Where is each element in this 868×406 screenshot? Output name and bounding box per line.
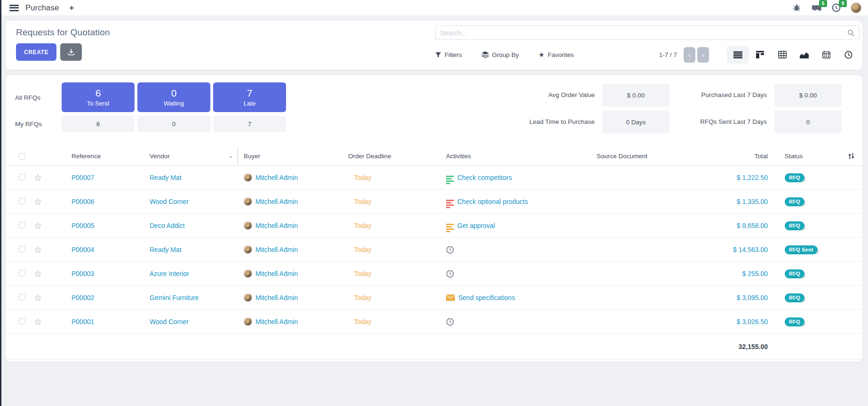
rfq-reference-link[interactable]: P00003 [55,270,144,277]
buyer-cell[interactable]: Mitchell Admin [238,269,346,278]
kanban-view-button[interactable] [749,46,771,64]
row-checkbox[interactable] [19,246,25,252]
row-checkbox[interactable] [19,174,25,180]
vendor-link[interactable]: Ready Mat [144,246,238,253]
status-badge[interactable]: RFQ [785,293,804,302]
status-badge[interactable]: RFQ [785,173,804,182]
column-reference[interactable]: Reference [55,147,144,165]
table-row[interactable]: ☆ P00002 Gemini Furniture Mitchell Admin… [6,286,862,310]
table-row[interactable]: ☆ P00001 Wood Corner Mitchell Admin Toda… [6,310,862,334]
table-row[interactable]: ☆ P00004 Ready Mat Mitchell Admin Today … [6,238,862,262]
buyer-cell[interactable]: Mitchell Admin [238,197,346,206]
my-waiting-count[interactable]: 0 [137,116,210,132]
column-vendor[interactable]: Vendor ⌄ [144,147,238,165]
activity-cell[interactable]: Get approval [440,219,591,232]
pager-prev-button[interactable]: ‹ [684,47,695,63]
vendor-link[interactable]: Deco Addict [144,222,238,229]
pivot-view-button[interactable] [771,46,793,64]
favorite-star-icon[interactable]: ☆ [28,317,55,327]
rfq-reference-link[interactable]: P00002 [55,294,144,301]
rfq-reference-link[interactable]: P00001 [55,318,144,325]
favorites-button[interactable]: ★ Favorites [539,51,574,58]
table-row[interactable]: ☆ P00005 Deco Addict Mitchell Admin Toda… [6,214,862,238]
export-button[interactable] [60,43,82,61]
kpi-waiting[interactable]: 0 Waiting [137,82,210,112]
activity-clock-icon [446,246,454,254]
status-badge[interactable]: RFQ Sent [785,245,818,254]
rfq-reference-link[interactable]: P00005 [55,222,144,229]
activity-view-button[interactable] [837,46,860,64]
messages-icon[interactable]: 5 [811,3,821,13]
vendor-link[interactable]: Ready Mat [144,174,238,181]
optional-columns-button[interactable] [840,147,862,165]
my-to-send-count[interactable]: 6 [62,116,135,132]
row-checkbox[interactable] [19,294,25,300]
rfq-reference-link[interactable]: P00004 [55,246,144,253]
row-checkbox[interactable] [19,318,25,325]
buyer-name: Mitchell Admin [255,294,298,301]
activity-cell[interactable] [440,270,591,278]
create-button[interactable]: CREATE [16,43,56,61]
buyer-cell[interactable]: Mitchell Admin [238,245,346,254]
buyer-cell[interactable]: Mitchell Admin [238,221,346,230]
calendar-view-icon [822,51,830,58]
row-checkbox[interactable] [19,198,25,204]
favorite-star-icon[interactable]: ☆ [28,196,55,207]
total-amount: $ 3,026.50 [723,318,779,325]
column-order-deadline[interactable]: Order Deadline [346,147,440,165]
activity-cell[interactable]: Check competitors [440,171,591,184]
my-late-count[interactable]: 7 [213,116,286,132]
rfq-reference-link[interactable]: P00007 [55,174,144,181]
activity-cell[interactable]: Check optional products [440,195,591,208]
column-status[interactable]: Status [779,147,840,165]
select-all-checkbox[interactable] [19,153,25,160]
status-badge[interactable]: RFQ [785,269,804,278]
buyer-cell[interactable]: Mitchell Admin [238,173,346,182]
user-avatar[interactable] [851,2,861,13]
apps-menu-icon[interactable] [9,5,19,11]
kpi-to-send[interactable]: 6 To Send [62,82,135,112]
status-badge[interactable]: RFQ [785,221,804,230]
activities-count-badge: 9 [839,0,847,7]
table-row[interactable]: ☆ P00003 Azure Interior Mitchell Admin T… [6,262,862,286]
favorite-star-icon[interactable]: ☆ [28,220,55,231]
new-tab-button[interactable]: + [69,3,74,13]
vendor-link[interactable]: Gemini Furniture [144,294,238,301]
column-total[interactable]: Total [723,147,779,165]
filters-button[interactable]: Filters [435,51,462,58]
column-source-document[interactable]: Source Document [591,147,723,165]
column-activities[interactable]: Activities [440,147,591,165]
kpi-late[interactable]: 7 Late [213,82,286,112]
rfq-reference-link[interactable]: P00006 [55,198,144,205]
row-checkbox[interactable] [19,222,25,228]
favorite-star-icon[interactable]: ☆ [28,172,55,183]
calendar-view-button[interactable] [815,46,837,64]
table-row[interactable]: ☆ P00007 Ready Mat Mitchell Admin Today … [6,166,862,190]
group-by-button[interactable]: Group By [482,51,519,58]
vendor-link[interactable]: Azure Interior [144,270,238,277]
status-badge[interactable]: RFQ [785,197,804,206]
debug-bug-icon[interactable] [791,3,802,13]
vendor-link[interactable]: Wood Corner [144,318,238,325]
list-view-button[interactable] [727,46,749,64]
favorite-star-icon[interactable]: ☆ [28,268,55,279]
layers-icon [482,51,489,58]
search-icon[interactable] [843,29,859,37]
activity-cell[interactable] [440,246,591,254]
row-checkbox[interactable] [19,270,25,276]
search-input[interactable] [436,29,843,37]
graph-view-button[interactable] [793,46,815,64]
activity-cell[interactable]: Send specifications [440,294,591,301]
activity-cell[interactable] [440,318,591,326]
buyer-cell[interactable]: Mitchell Admin [238,317,346,326]
buyer-cell[interactable]: Mitchell Admin [238,293,346,302]
table-row[interactable]: ☆ P00006 Wood Corner Mitchell Admin Toda… [6,190,862,214]
pager-next-button[interactable]: › [697,47,709,63]
column-buyer[interactable]: Buyer [238,147,346,165]
vendor-link[interactable]: Wood Corner [144,198,238,205]
favorite-star-icon[interactable]: ☆ [28,292,55,303]
activities-clock-icon[interactable]: 9 [831,3,841,13]
status-badge[interactable]: RFQ [785,317,804,326]
favorite-star-icon[interactable]: ☆ [28,244,55,255]
app-title[interactable]: Purchase [25,3,59,12]
